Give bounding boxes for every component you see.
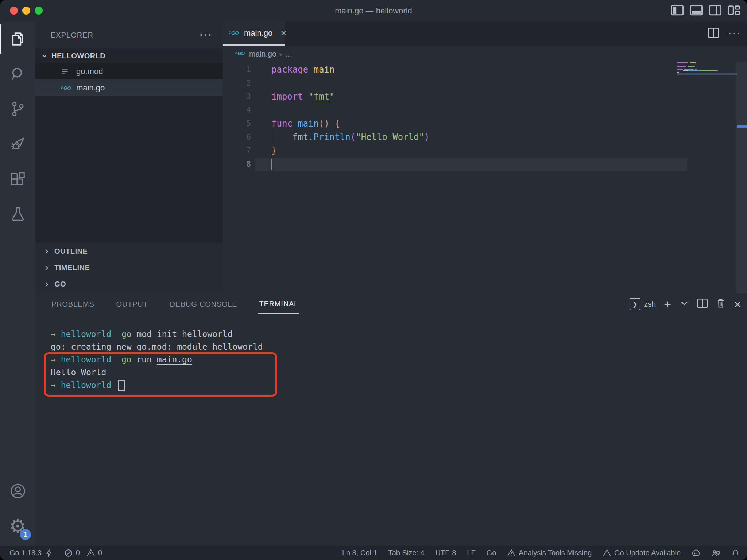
- tab-close-icon[interactable]: ×: [280, 27, 286, 39]
- warning-icon: [507, 549, 516, 557]
- breadcrumb[interactable]: GO main.go › …: [223, 46, 747, 62]
- toggle-panel-icon[interactable]: [690, 5, 703, 17]
- code-token: package: [271, 65, 308, 75]
- section-outline-label: OUTLINE: [54, 247, 88, 256]
- status-bar: Go 1.18.3 0 0 Ln 8, Col 1 Tab Size: 4 UT…: [0, 546, 747, 560]
- section-outline[interactable]: OUTLINE: [35, 243, 223, 260]
- code-line: [271, 158, 430, 171]
- explorer-header: EXPLORER: [51, 31, 93, 39]
- editor-more-actions-icon[interactable]: ···: [728, 28, 741, 39]
- terminal-profile[interactable]: ❯ zsh: [630, 298, 656, 310]
- tree-item-gomod[interactable]: go.mod: [35, 63, 223, 79]
- code-token: import: [271, 92, 303, 102]
- language-item[interactable]: Go: [487, 549, 496, 557]
- launch-profile-chevron-icon[interactable]: [679, 298, 689, 310]
- tab-debug-console[interactable]: DEBUG CONSOLE: [169, 295, 238, 314]
- window-title: main.go — helloworld: [0, 6, 747, 16]
- line-number: 2: [223, 77, 251, 90]
- extensions-icon[interactable]: [0, 162, 35, 197]
- line-number: 4: [223, 104, 251, 117]
- code-line: }: [271, 144, 430, 158]
- activity-bar: ⚙ 1: [0, 22, 35, 546]
- svg-text:GO: GO: [238, 51, 245, 56]
- line-number: 1: [223, 63, 251, 77]
- new-terminal-icon[interactable]: +: [664, 298, 671, 310]
- title-bar: main.go — helloworld: [0, 0, 747, 22]
- editor-tab-bar: GO main.go × ···: [223, 22, 747, 46]
- tab-maingo[interactable]: GO main.go ×: [223, 22, 285, 46]
- tab-size-item[interactable]: Tab Size: 4: [388, 549, 425, 557]
- customize-layout-icon[interactable]: [728, 5, 740, 17]
- split-editor-icon[interactable]: [708, 28, 719, 39]
- line-number: 8: [223, 158, 251, 171]
- line-number-gutter: 12345678: [223, 63, 251, 171]
- editor-scrollbar[interactable]: [736, 62, 747, 293]
- testing-icon[interactable]: [0, 197, 35, 232]
- code-token: [303, 92, 308, 102]
- code-token: "Hello World": [356, 132, 424, 142]
- code-editor[interactable]: 12345678 package mainimport "fmt"func ma…: [223, 62, 747, 293]
- shell-name: zsh: [644, 300, 656, 308]
- close-panel-icon[interactable]: ×: [734, 298, 741, 310]
- feedback-icon[interactable]: [711, 549, 720, 557]
- toggle-sidebar-right-icon[interactable]: [709, 5, 721, 17]
- section-go[interactable]: GO: [35, 276, 223, 292]
- toggle-sidebar-left-icon[interactable]: [671, 5, 684, 17]
- tab-output[interactable]: OUTPUT: [116, 295, 149, 314]
- explorer-icon[interactable]: [0, 22, 35, 57]
- error-icon: [64, 549, 73, 557]
- code-token: ": [329, 92, 334, 102]
- code-token: }: [271, 145, 276, 156]
- run-debug-icon[interactable]: [0, 127, 35, 162]
- copilot-icon[interactable]: [692, 549, 700, 557]
- kill-terminal-icon[interactable]: [716, 298, 726, 310]
- source-control-icon[interactable]: [0, 92, 35, 127]
- eol-item[interactable]: LF: [467, 549, 475, 557]
- cursor-position-item[interactable]: Ln 8, Col 1: [342, 549, 378, 557]
- code-token: Println: [314, 132, 351, 142]
- code-content: package mainimport "fmt"func main() { fm…: [271, 63, 430, 171]
- tab-terminal[interactable]: TERMINAL: [258, 295, 299, 314]
- problems-item[interactable]: 0 0: [64, 549, 102, 557]
- minimap-row: [677, 69, 737, 70]
- chevron-down-icon: [40, 52, 49, 60]
- minimap-row: [677, 62, 737, 63]
- root-folder-label: HELLOWORLD: [51, 52, 105, 60]
- terminal-profile-icon: ❯: [630, 298, 640, 310]
- analysis-tools-item[interactable]: Analysis Tools Missing: [507, 549, 592, 557]
- tree-root-helloworld[interactable]: HELLOWORLD: [35, 48, 223, 63]
- warning-icon: [86, 549, 95, 557]
- error-count: 0: [76, 549, 80, 557]
- vscode-window: main.go — helloworld: [0, 0, 747, 560]
- code-token: main: [314, 65, 335, 75]
- go-update-item[interactable]: Go Update Available: [603, 549, 681, 557]
- section-timeline[interactable]: TIMELINE: [35, 260, 223, 276]
- search-icon[interactable]: [0, 57, 35, 92]
- line-number: 7: [223, 144, 251, 158]
- breadcrumb-symbol[interactable]: …: [285, 50, 293, 58]
- account-icon[interactable]: [0, 474, 35, 509]
- bell-icon[interactable]: [731, 549, 740, 557]
- code-token: {: [334, 118, 340, 129]
- encoding-item[interactable]: UTF-8: [436, 549, 456, 557]
- tree-item-maingo[interactable]: GO main.go: [35, 79, 223, 96]
- breadcrumb-file[interactable]: main.go: [249, 50, 276, 58]
- chevron-right-icon: [43, 280, 51, 288]
- explorer-more-icon[interactable]: ···: [200, 30, 213, 41]
- section-go-label: GO: [54, 280, 66, 288]
- code-token: ): [424, 132, 429, 142]
- line-number: 6: [223, 131, 251, 144]
- code-token: fmt.: [271, 132, 314, 142]
- code-line: import "fmt": [271, 90, 430, 104]
- code-token: func: [271, 118, 293, 129]
- go-logo-icon: GO: [61, 84, 72, 92]
- file-label-gomod: go.mod: [76, 67, 103, 76]
- code-token: [329, 118, 334, 129]
- minimap-row: [677, 64, 737, 65]
- go-version-item[interactable]: Go 1.18.3: [9, 549, 53, 557]
- warning-count: 0: [98, 549, 102, 557]
- split-terminal-icon[interactable]: [697, 298, 708, 310]
- settings-gear-icon[interactable]: ⚙ 1: [0, 509, 35, 544]
- tab-problems[interactable]: PROBLEMS: [51, 295, 95, 314]
- settings-badge: 1: [20, 529, 31, 540]
